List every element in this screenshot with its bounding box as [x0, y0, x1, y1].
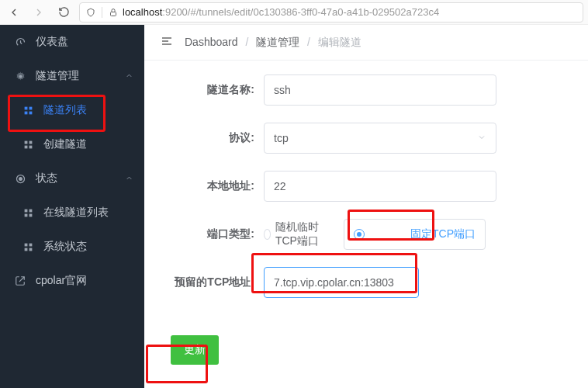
reload-button[interactable]	[54, 3, 73, 22]
sidebar-item-label: cpolar官网	[36, 274, 87, 288]
sidebar-item-online-tunnels[interactable]: 在线隧道列表	[0, 196, 144, 230]
radio-dot-icon	[264, 229, 271, 240]
shield-icon	[86, 7, 95, 18]
svg-rect-14	[24, 213, 27, 217]
local-address-input[interactable]	[264, 171, 496, 202]
chevron-up-icon	[125, 172, 133, 185]
reserved-tcp-input[interactable]	[264, 267, 419, 298]
svg-rect-12	[24, 209, 27, 212]
svg-rect-2	[24, 106, 27, 109]
tunnel-name-input[interactable]	[264, 74, 496, 106]
radio-dot-icon	[354, 229, 365, 240]
grid-icon	[22, 140, 34, 150]
sidebar-item-label: 创建隧道	[43, 137, 87, 151]
radio-fixed-port[interactable]: 固定TCP端口	[344, 219, 486, 250]
sidebar-item-label: 状态	[36, 171, 57, 185]
sidebar-item-label: 隧道管理	[36, 69, 79, 83]
svg-rect-15	[29, 213, 32, 217]
back-button[interactable]	[5, 3, 23, 22]
sidebar-item-label: 系统状态	[43, 240, 87, 254]
svg-rect-19	[29, 248, 32, 251]
cog-icon	[14, 71, 26, 82]
svg-rect-8	[24, 145, 27, 148]
sidebar-item-tunnel-list[interactable]: 隧道列表	[0, 93, 144, 127]
label-reserved-addr: 预留的TCP地址:	[163, 275, 264, 289]
sidebar-item-label: 隧道列表	[43, 103, 87, 117]
svg-rect-7	[29, 140, 32, 144]
crumb-current: 编辑隧道	[318, 36, 361, 48]
chevron-up-icon	[125, 70, 133, 82]
label-port-type: 端口类型:	[163, 227, 264, 241]
svg-rect-5	[29, 111, 32, 114]
protocol-value: tcp	[274, 132, 289, 144]
protocol-select[interactable]: tcp	[264, 123, 496, 154]
svg-rect-3	[29, 106, 32, 109]
external-link-icon	[14, 275, 26, 286]
svg-rect-13	[29, 209, 32, 212]
browser-toolbar: localhost:9200/#/tunnels/edit/0c130386-3…	[0, 0, 588, 25]
url-text: localhost:9200/#/tunnels/edit/0c130386-3…	[123, 6, 439, 18]
svg-point-11	[19, 177, 22, 180]
sidebar-item-status[interactable]: 状态	[0, 161, 144, 196]
svg-rect-18	[24, 248, 27, 251]
sidebar-item-tunnel-manage[interactable]: 隧道管理	[0, 59, 144, 93]
radio-label: 固定TCP端口	[410, 227, 476, 241]
grid-icon	[22, 242, 34, 252]
sidebar-item-cpolar-site[interactable]: cpolar官网	[0, 264, 144, 298]
sidebar: 仪表盘 隧道管理 隧道列表 创建隧道 状态	[0, 25, 144, 388]
collapse-sidebar-button[interactable]	[160, 35, 174, 50]
main-content: Dashboard / 隧道管理 / 编辑隧道 隧道名称: 协议: tcp	[144, 25, 588, 388]
radio-random-port[interactable]: 随机临时TCP端口	[264, 220, 325, 248]
label-local-addr: 本地地址:	[163, 179, 264, 193]
sidebar-item-system-status[interactable]: 系统状态	[0, 230, 144, 264]
chevron-down-icon	[477, 132, 486, 144]
svg-rect-4	[24, 111, 27, 114]
crumb-dashboard[interactable]: Dashboard	[185, 36, 238, 48]
target-icon	[14, 173, 26, 185]
breadcrumb: Dashboard / 隧道管理 / 编辑隧道	[185, 36, 361, 50]
svg-rect-17	[29, 243, 32, 246]
svg-rect-6	[24, 140, 27, 144]
lock-icon	[109, 7, 118, 18]
svg-rect-16	[24, 243, 27, 246]
sidebar-item-label: 仪表盘	[36, 35, 68, 49]
svg-rect-9	[29, 145, 32, 148]
grid-icon	[22, 208, 34, 218]
grid-icon	[22, 106, 34, 116]
sidebar-item-label: 在线隧道列表	[43, 206, 109, 220]
forward-button[interactable]	[29, 3, 48, 22]
svg-rect-0	[111, 12, 116, 16]
label-name: 隧道名称:	[163, 83, 264, 97]
radio-label: 随机临时TCP端口	[275, 220, 326, 248]
sidebar-item-dashboard[interactable]: 仪表盘	[0, 25, 144, 59]
update-button[interactable]: 更新	[171, 335, 219, 365]
sidebar-item-create-tunnel[interactable]: 创建隧道	[0, 127, 144, 161]
gauge-icon	[14, 36, 26, 48]
content-header: Dashboard / 隧道管理 / 编辑隧道	[144, 25, 588, 61]
address-bar[interactable]: localhost:9200/#/tunnels/edit/0c130386-3…	[79, 2, 583, 23]
edit-tunnel-form: 隧道名称: 协议: tcp 本地地址: 端口类	[144, 61, 588, 365]
label-protocol: 协议:	[163, 131, 264, 145]
crumb-tunnel-manage[interactable]: 隧道管理	[256, 36, 299, 48]
